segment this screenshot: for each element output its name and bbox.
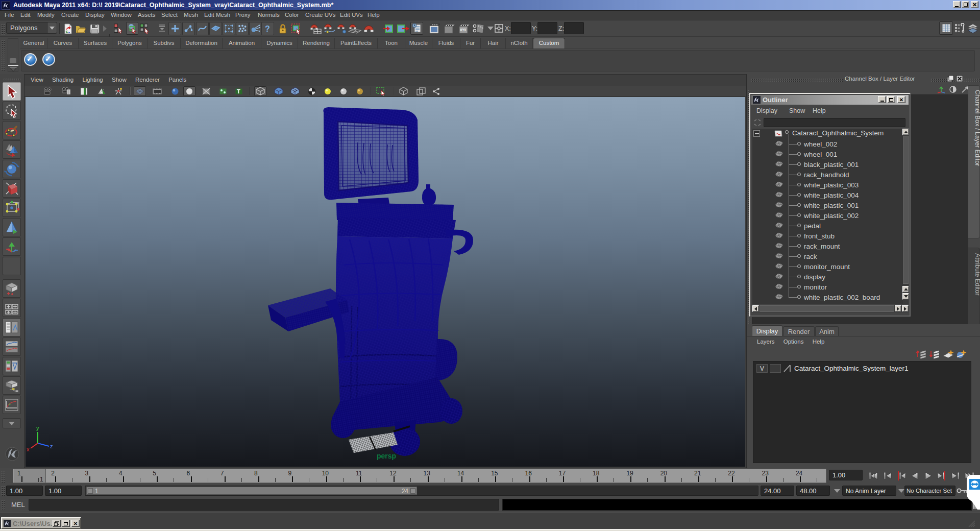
svg-text:x: x xyxy=(27,446,30,452)
svg-text:T: T xyxy=(237,88,240,94)
svg-text:?: ? xyxy=(265,25,270,33)
svg-text:persp: persp xyxy=(377,452,396,460)
svg-text:z: z xyxy=(50,443,53,449)
svg-text:y: y xyxy=(36,425,39,431)
svg-text:IPR: IPR xyxy=(460,28,467,32)
